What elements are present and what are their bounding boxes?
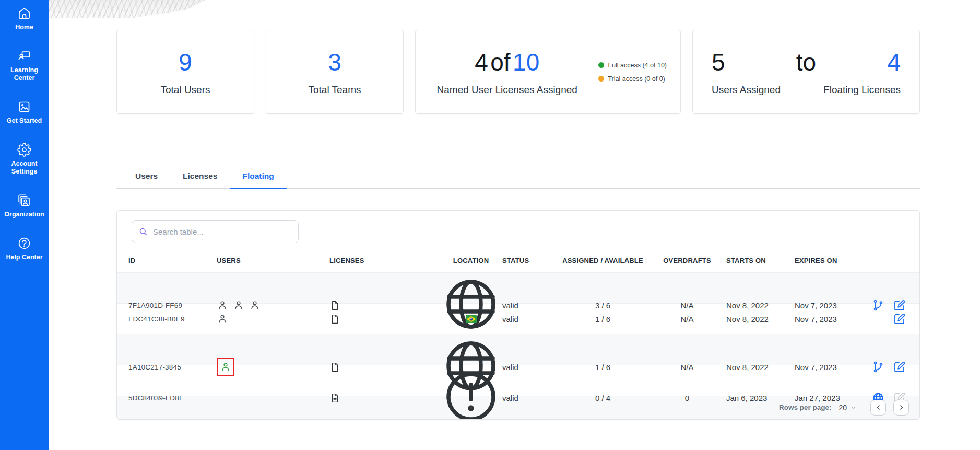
sidebar: Home Learning Center Get Started Account… xyxy=(0,0,49,450)
starts-on-cell: Nov 8, 2022 xyxy=(726,301,795,310)
sidebar-item-label: Help Center xyxy=(6,253,42,261)
total-teams-value: 3 xyxy=(328,49,341,76)
document-lines-icon[interactable] xyxy=(329,393,340,403)
location-cell xyxy=(440,273,502,338)
named-licenses-total: 10 xyxy=(513,49,539,76)
users-assigned-value: 5 xyxy=(712,49,725,76)
status-cell: valid xyxy=(502,301,558,310)
sidebar-item-label: Account Settings xyxy=(4,160,45,176)
rows-per-page-label: Rows per page: xyxy=(779,403,832,411)
user-icon[interactable] xyxy=(217,299,228,311)
users-cell xyxy=(217,358,329,376)
row-id: 1A10C217-3845 xyxy=(128,363,217,371)
col-header-status: STATUS xyxy=(502,257,558,264)
table-tabs: Users Licenses Floating xyxy=(116,166,920,189)
next-page-button[interactable] xyxy=(893,400,909,416)
sidebar-item-label: Learning Center xyxy=(4,66,45,82)
tab-licenses[interactable]: Licenses xyxy=(170,166,230,188)
user-icon[interactable] xyxy=(217,313,228,325)
licenses-cell xyxy=(329,393,440,403)
col-header-overdrafts: OVERDRAFTS xyxy=(648,257,726,264)
col-header-expires-on: EXPIRES ON xyxy=(795,257,867,264)
document-icon[interactable] xyxy=(329,362,340,373)
expires-on-cell: Jan 27, 2023 xyxy=(795,394,867,402)
sidebar-item-home[interactable]: Home xyxy=(0,6,49,31)
branch-icon[interactable] xyxy=(872,361,884,373)
licenses-cell xyxy=(329,314,440,325)
floating-licenses-card: 5 to 4 Users Assigned Floating Licenses xyxy=(692,30,920,114)
document-icon[interactable] xyxy=(329,300,340,311)
col-header-location: LOCATION xyxy=(440,257,502,264)
sidebar-item-label: Get Started xyxy=(7,117,42,125)
total-users-label: Total Users xyxy=(160,84,210,96)
starts-on-cell: Nov 8, 2022 xyxy=(726,315,795,324)
trial-access-label: Trial access (0 of 0) xyxy=(608,75,665,83)
overdrafts-cell: 0 xyxy=(648,394,726,402)
overdrafts-cell: N/A xyxy=(648,363,726,372)
row-id: 7F1A901D-FF69 xyxy=(128,302,217,309)
user-icon[interactable] xyxy=(233,299,244,311)
tab-users[interactable]: Users xyxy=(123,166,170,188)
full-access-dot xyxy=(598,62,604,68)
row-id: FDC41C38-B0E9 xyxy=(128,315,217,323)
named-licenses-assigned: 4 xyxy=(475,49,488,76)
assigned-available-cell: 1 / 6 xyxy=(558,363,648,372)
overdrafts-cell: N/A xyxy=(648,301,726,310)
chevron-right-icon xyxy=(898,404,905,411)
sidebar-item-learning-center[interactable]: Learning Center xyxy=(0,49,49,82)
active-user-icon[interactable] xyxy=(220,361,231,373)
starts-on-cell: Nov 8, 2022 xyxy=(726,363,795,372)
named-licenses-label: Named User Licenses Assigned xyxy=(437,84,577,96)
legend-full-access: Full access (4 of 10) xyxy=(598,62,667,69)
sidebar-item-account-settings[interactable]: Account Settings xyxy=(0,143,49,176)
full-access-label: Full access (4 of 10) xyxy=(608,62,667,69)
get-started-icon xyxy=(17,100,31,114)
named-licenses-value: 4 of 10 xyxy=(475,49,539,76)
col-header-users: USERS xyxy=(217,257,329,264)
sidebar-item-organization[interactable]: Organization xyxy=(0,193,49,218)
click-target-highlight xyxy=(217,358,234,376)
col-header-assigned-available: ASSIGNED / AVAILABLE xyxy=(558,257,648,264)
edit-icon[interactable] xyxy=(893,313,906,325)
document-icon[interactable] xyxy=(329,314,340,325)
previous-page-button[interactable] xyxy=(870,400,886,416)
expires-on-cell: Nov 7, 2023 xyxy=(795,301,867,310)
floating-licenses-value: 4 xyxy=(887,49,901,76)
search-input[interactable] xyxy=(153,227,292,236)
branch-icon[interactable] xyxy=(872,299,884,311)
status-cell: valid xyxy=(502,315,558,324)
rows-per-page-value: 20 xyxy=(839,403,847,412)
named-licenses-of: of xyxy=(490,49,510,76)
rows-per-page-select[interactable]: 20 xyxy=(839,403,857,412)
trial-access-dot xyxy=(598,76,604,82)
assigned-available-cell: 3 / 6 xyxy=(558,301,648,310)
action-spacer xyxy=(872,313,884,325)
location-cell xyxy=(466,315,477,323)
total-teams-card: 3 Total Teams xyxy=(266,30,404,114)
sidebar-item-get-started[interactable]: Get Started xyxy=(0,100,49,125)
chevron-left-icon xyxy=(875,404,882,411)
table-row[interactable]: 1A10C217-3845 valid 1 / 6 N/A Nov 8, 202… xyxy=(117,334,919,365)
named-user-licenses-card: 4 of 10 Named User Licenses Assigned Ful… xyxy=(415,30,681,114)
sidebar-item-help-center[interactable]: Help Center xyxy=(0,236,49,261)
starts-on-cell: Jan 6, 2023 xyxy=(726,394,795,402)
total-teams-label: Total Teams xyxy=(308,84,361,96)
users-cell xyxy=(217,299,329,311)
summary-cards: 9 Total Users 3 Total Teams 4 of 10 Name… xyxy=(49,0,980,114)
learning-center-icon xyxy=(17,49,31,63)
edit-icon[interactable] xyxy=(893,299,906,311)
main-content: 9 Total Users 3 Total Teams 4 of 10 Name… xyxy=(49,0,980,420)
edit-icon[interactable] xyxy=(893,361,906,373)
sidebar-item-label: Organization xyxy=(4,211,44,218)
expires-on-cell: Nov 7, 2023 xyxy=(795,363,867,372)
location-cell xyxy=(440,365,502,420)
assigned-available-cell: 1 / 6 xyxy=(558,315,648,324)
table-row[interactable]: 7F1A901D-FF69 valid 3 / 6 N/A Nov 8, 202… xyxy=(117,272,919,303)
legend-trial-access: Trial access (0 of 0) xyxy=(598,75,667,83)
tab-floating[interactable]: Floating xyxy=(230,166,286,188)
overdrafts-cell: N/A xyxy=(648,315,726,324)
table-search xyxy=(132,220,299,243)
actions-cell xyxy=(867,299,908,311)
user-icon[interactable] xyxy=(249,299,261,311)
users-cell xyxy=(217,313,329,325)
